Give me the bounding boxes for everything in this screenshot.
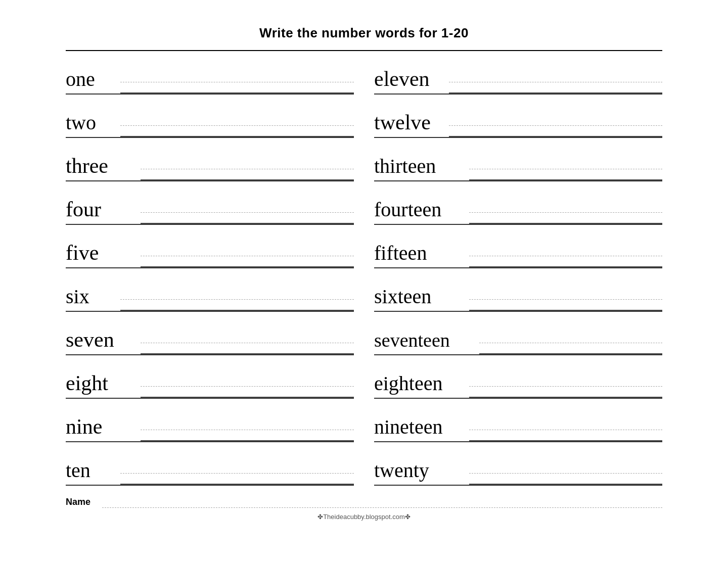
number-word-four: four xyxy=(66,198,136,224)
write-area-six[interactable] xyxy=(116,289,354,311)
write-area-seventeen[interactable] xyxy=(475,332,662,354)
write-area-four[interactable] xyxy=(136,202,354,224)
footer-text: ✤Theideacubby.blogspot.com✤ xyxy=(66,513,662,521)
number-entry-one: one xyxy=(66,51,354,95)
write-area-nineteen[interactable] xyxy=(465,419,662,441)
number-word-ten: ten xyxy=(66,459,116,485)
number-word-eleven: eleven xyxy=(374,67,445,93)
write-area-two[interactable] xyxy=(116,115,354,137)
number-word-fifteen: fifteen xyxy=(374,242,465,267)
number-entry-fourteen: fourteen xyxy=(374,181,662,225)
write-area-thirteen[interactable] xyxy=(465,158,662,180)
right-column: eleventwelvethirteenfourteenfifteensixte… xyxy=(374,51,662,486)
number-word-eighteen: eighteen xyxy=(374,372,465,398)
write-area-ten[interactable] xyxy=(116,462,354,485)
number-entry-two: two xyxy=(66,95,354,138)
number-word-three: three xyxy=(66,154,136,180)
write-area-three[interactable] xyxy=(136,158,354,180)
number-word-six: six xyxy=(66,286,116,311)
write-area-eighteen[interactable] xyxy=(465,376,662,398)
number-entry-twenty: twenty xyxy=(374,442,662,486)
number-word-five: five xyxy=(66,241,136,267)
number-entry-twelve: twelve xyxy=(374,95,662,138)
number-entry-five: five xyxy=(66,225,354,268)
number-word-seventeen: seventeen xyxy=(374,330,475,354)
write-area-one[interactable] xyxy=(116,71,354,93)
worksheet: Write the number words for 1-20 onetwoth… xyxy=(46,15,682,536)
number-word-seven: seven xyxy=(66,328,136,354)
write-area-seven[interactable] xyxy=(136,332,354,354)
number-entry-seventeen: seventeen xyxy=(374,312,662,355)
number-word-eight: eight xyxy=(66,371,136,398)
columns-container: onetwothreefourfivesixseveneightnineten … xyxy=(66,51,662,486)
write-area-twenty[interactable] xyxy=(465,462,662,485)
number-word-twelve: twelve xyxy=(374,111,445,137)
number-entry-sixteen: sixteen xyxy=(374,268,662,312)
number-word-sixteen: sixteen xyxy=(374,286,465,311)
number-entry-eleven: eleven xyxy=(374,51,662,95)
number-entry-fifteen: fifteen xyxy=(374,225,662,268)
write-area-fifteen[interactable] xyxy=(465,245,662,267)
write-area-eleven[interactable] xyxy=(445,71,662,93)
number-entry-seven: seven xyxy=(66,312,354,355)
number-word-nineteen: nineteen xyxy=(374,416,465,441)
write-area-fourteen[interactable] xyxy=(465,202,662,224)
write-area-five[interactable] xyxy=(136,245,354,267)
write-area-eight[interactable] xyxy=(136,376,354,398)
number-entry-ten: ten xyxy=(66,442,354,486)
left-column: onetwothreefourfivesixseveneightnineten xyxy=(66,51,354,486)
number-word-one: one xyxy=(66,68,116,93)
write-area-sixteen[interactable] xyxy=(465,289,662,311)
number-word-nine: nine xyxy=(66,415,136,441)
number-entry-nineteen: nineteen xyxy=(374,399,662,442)
number-entry-nine: nine xyxy=(66,399,354,442)
write-area-nine[interactable] xyxy=(136,419,354,441)
number-entry-thirteen: thirteen xyxy=(374,138,662,181)
name-label: Name xyxy=(66,497,96,507)
worksheet-title: Write the number words for 1-20 xyxy=(66,25,662,41)
name-write-line[interactable] xyxy=(102,496,662,508)
number-entry-eighteen: eighteen xyxy=(374,355,662,399)
number-entry-six: six xyxy=(66,268,354,312)
number-entry-three: three xyxy=(66,138,354,181)
name-row: Name xyxy=(66,494,662,508)
number-word-thirteen: thirteen xyxy=(374,155,465,180)
number-word-two: two xyxy=(66,112,116,137)
number-entry-four: four xyxy=(66,181,354,225)
number-word-fourteen: fourteen xyxy=(374,199,465,224)
number-word-twenty: twenty xyxy=(374,459,465,485)
number-entry-eight: eight xyxy=(66,355,354,399)
write-area-twelve[interactable] xyxy=(445,115,662,137)
